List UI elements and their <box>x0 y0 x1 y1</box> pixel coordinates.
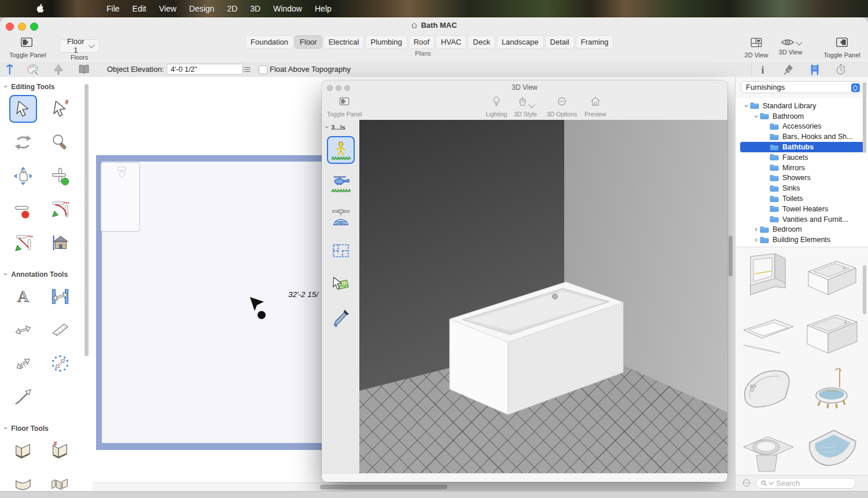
library-category-select[interactable]: Furnishings <box>741 81 862 93</box>
tool-dimension-wall[interactable] <box>46 283 74 310</box>
menu-item-3d[interactable]: 3D <box>244 4 267 13</box>
tool-remove-segment[interactable] <box>9 196 37 224</box>
object-info-icon[interactable] <box>756 63 769 76</box>
library-tree-item-sinks[interactable]: › Sinks <box>740 183 864 193</box>
sidebar-scrollbar[interactable] <box>84 84 89 356</box>
menu-item-edit[interactable]: Edit <box>126 4 153 13</box>
tool-dimension-center[interactable] <box>46 350 74 378</box>
thumbnail-clawfoot-shower-tub[interactable] <box>800 363 863 419</box>
library-tree-item-bars-hooks-and-sh[interactable]: › Bars, Hooks and Sh... <box>740 131 864 142</box>
thumbnail-skirted-tub[interactable] <box>800 306 863 362</box>
tool-dimension-point[interactable] <box>9 350 37 378</box>
tool-chamfer-corner[interactable] <box>9 229 37 257</box>
3d-toggle-panel-button[interactable]: Toggle Panel <box>325 96 363 118</box>
tool-rotate[interactable] <box>9 129 37 156</box>
tool-flyover-helicopter[interactable] <box>327 170 355 197</box>
float-above-topography-checkbox[interactable] <box>259 65 267 74</box>
tool-dimension-angle[interactable] <box>46 316 74 344</box>
library-tree-item-mirrors[interactable]: › Mirrors <box>740 163 864 173</box>
tab-electrical[interactable]: Electrical <box>323 35 365 49</box>
thumbnail-drop-in-tub[interactable] <box>737 306 799 362</box>
more-options-button[interactable] <box>741 478 752 488</box>
disclosure-chevron[interactable]: › <box>742 102 751 109</box>
tool-pan-hand[interactable] <box>9 162 37 190</box>
3d-tools-section-header[interactable]: › 3...ls <box>322 120 359 136</box>
tool-house-view[interactable] <box>46 229 74 257</box>
3d-view-window[interactable]: 3D View Toggle Panel Lighting 3D Style 3… <box>322 80 727 481</box>
tab-plumbing[interactable]: Plumbing <box>365 35 407 49</box>
preview-button[interactable]: Preview <box>581 96 610 118</box>
toggle-panel-left-button[interactable]: Toggle Panel <box>9 36 44 58</box>
apple-menu-icon[interactable] <box>36 3 45 14</box>
menu-item-design[interactable]: Design <box>183 4 221 13</box>
tool-walkthrough[interactable] <box>327 136 355 164</box>
3d-view-button[interactable]: 3D View <box>774 36 807 56</box>
tool-wall[interactable] <box>9 437 37 464</box>
tool-select-similar[interactable] <box>46 95 74 123</box>
library-tree-item-towel-heaters[interactable]: › Towel Heaters <box>740 204 864 214</box>
tool-half-wall[interactable] <box>46 470 74 491</box>
search-field[interactable] <box>756 478 856 489</box>
tool-leader-arrow[interactable] <box>9 383 37 411</box>
thumbnail-alcove-tub[interactable] <box>800 248 863 305</box>
annotation-tools-header[interactable]: › Annotation Tools <box>0 265 93 281</box>
tree-scrollbar[interactable] <box>863 82 866 153</box>
canvas-horizontal-scrollbar[interactable] <box>93 482 735 491</box>
thumbnails-scrollbar[interactable] <box>863 265 866 314</box>
disclosure-chevron[interactable]: › <box>752 225 760 233</box>
tool-zoom[interactable] <box>46 129 74 156</box>
tool-select-arrow[interactable] <box>9 95 37 123</box>
tool-wall-number[interactable] <box>46 437 74 464</box>
tool-orbit-satellite[interactable] <box>327 203 355 231</box>
build-hammer-icon[interactable] <box>3 63 16 76</box>
vertical-scroll-thumb[interactable] <box>729 236 733 276</box>
tool-curved-wall[interactable] <box>9 470 37 491</box>
library-tree-item-building-elements[interactable]: › Building Elements <box>740 235 864 245</box>
thumbnail-slipper-tub[interactable] <box>737 363 799 419</box>
tool-dimension-line[interactable] <box>9 316 37 344</box>
menu-item-file[interactable]: File <box>100 4 126 13</box>
library-tree-item-vanities-and-furnit[interactable]: › Vanities and Furnit... <box>740 214 864 225</box>
library-tree-item-faucets[interactable]: › Faucets <box>740 152 864 163</box>
tab-foundation[interactable]: Foundation <box>245 35 293 49</box>
object-elevation-input[interactable] <box>167 64 243 75</box>
tool-plan-view[interactable] <box>327 237 355 265</box>
search-input[interactable] <box>775 478 847 488</box>
tab-detail[interactable]: Detail <box>545 35 575 49</box>
tab-landscape[interactable]: Landscape <box>496 35 544 49</box>
thumbnail-round-drop-in-tub[interactable] <box>737 420 799 477</box>
library-tree-item-bathroom[interactable]: › Bathroom <box>740 111 864 122</box>
tab-framing[interactable]: Framing <box>576 35 614 49</box>
toggle-panel-right-button[interactable]: Toggle Panel <box>822 36 862 58</box>
floor-selector[interactable]: Floor 1 Floors <box>59 36 100 61</box>
thumbnail-corner-tub[interactable] <box>800 420 863 477</box>
3d-style-button[interactable]: 3D Style <box>511 96 540 118</box>
thumbnail-tub-shower-combo[interactable] <box>737 248 799 305</box>
plant-tree-icon[interactable] <box>52 63 65 76</box>
menu-item-help[interactable]: Help <box>308 4 338 13</box>
menu-item-2d[interactable]: 2D <box>220 4 244 13</box>
library-tree-item-accessories[interactable]: › Accessories <box>740 122 864 132</box>
tool-color-eyedropper[interactable] <box>327 304 355 332</box>
tab-roof[interactable]: Roof <box>409 35 435 49</box>
tab-floor[interactable]: Floor <box>295 35 322 49</box>
menu-item-window[interactable]: Window <box>267 4 308 13</box>
library-tree-item-showers[interactable]: › Showers <box>740 173 864 184</box>
disclosure-chevron[interactable]: › <box>752 112 760 120</box>
tool-select-render[interactable] <box>327 270 355 298</box>
library-tree-item-bathtubs[interactable]: › Bathtubs <box>740 142 864 152</box>
canvas-vertical-scrollbar[interactable] <box>727 77 735 482</box>
3d-render-viewport[interactable] <box>359 120 727 473</box>
3d-options-button[interactable]: 3D Options <box>544 96 580 118</box>
tab-deck[interactable]: Deck <box>468 35 495 49</box>
paint-palette-icon[interactable] <box>27 63 39 76</box>
library-tree-item-standard-library[interactable]: › Standard Library <box>740 101 864 111</box>
spray-pen-icon[interactable] <box>782 63 795 76</box>
disclosure-chevron[interactable]: › <box>752 236 760 244</box>
furniture-chair-icon[interactable] <box>808 63 821 76</box>
horizontal-scroll-thumb[interactable] <box>320 485 447 489</box>
lighting-button[interactable]: Lighting <box>481 96 512 118</box>
tool-text[interactable] <box>9 283 37 310</box>
tool-add-object[interactable] <box>46 162 74 190</box>
tool-fillet-corner[interactable] <box>46 196 74 224</box>
